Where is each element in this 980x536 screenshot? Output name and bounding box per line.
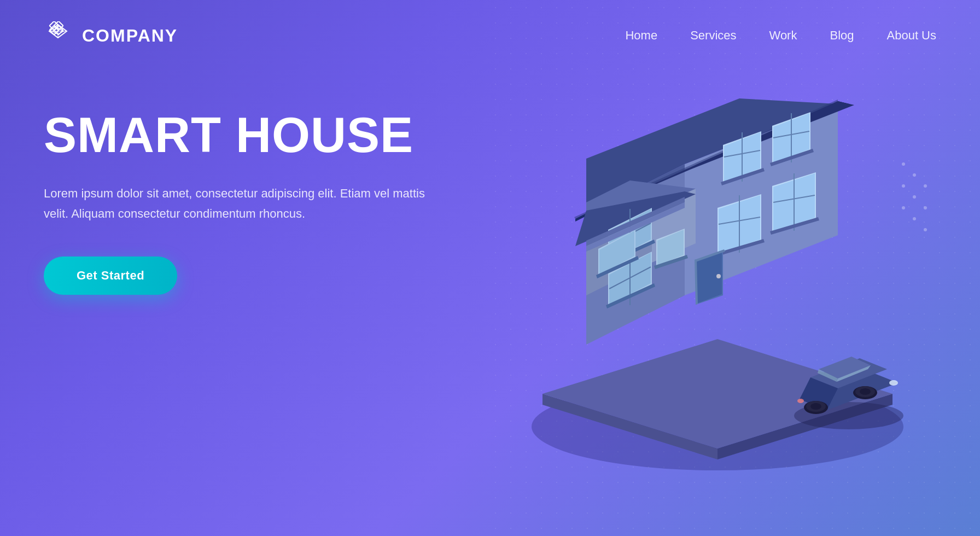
header: COMPANY Home Services Work Blog About Us [0,0,980,71]
house-illustration [455,55,947,481]
svg-point-80 [860,388,871,395]
svg-point-83 [902,162,905,166]
hero-content: SMART HOUSE Lorem ipsum dolor sit amet, … [44,109,427,295]
get-started-button[interactable]: Get Started [44,257,177,295]
svg-point-77 [810,403,821,410]
logo-text: COMPANY [82,26,178,46]
logo-icon [44,21,72,50]
nav-blog[interactable]: Blog [830,28,854,43]
svg-point-88 [924,206,927,209]
nav-home[interactable]: Home [625,28,657,43]
main-nav: Home Services Work Blog About Us [625,28,936,43]
nav-services[interactable]: Services [690,28,736,43]
svg-point-86 [902,184,905,188]
nav-about[interactable]: About Us [887,28,937,43]
svg-point-91 [924,228,927,231]
svg-point-65 [716,274,721,278]
nav-work[interactable]: Work [769,28,797,43]
svg-point-90 [913,217,916,220]
house-scene [455,55,947,481]
svg-point-85 [924,184,927,188]
svg-point-84 [913,173,916,177]
logo: COMPANY [44,21,178,50]
svg-point-81 [889,380,898,386]
hero-title: SMART HOUSE [44,109,427,161]
svg-point-87 [913,195,916,199]
hero-description: Lorem ipsum dolor sit amet, consectetur … [44,183,427,224]
svg-point-89 [902,206,905,209]
svg-point-82 [797,399,804,403]
